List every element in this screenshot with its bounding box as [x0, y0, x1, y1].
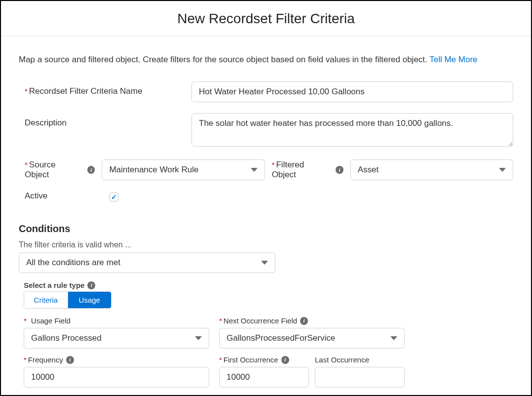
conditions-heading: Conditions — [19, 223, 513, 235]
label-next-occurrence: Next Occurrence Field i — [219, 317, 405, 325]
label-next-occurrence-text: Next Occurrence Field — [219, 317, 297, 325]
usage-row-1: Usage Field Gallons Processed Next Occur… — [24, 317, 513, 349]
source-object-select[interactable]: Maintenance Work Rule — [102, 159, 265, 180]
conditions-logic-select[interactable]: All the conditions are met — [19, 252, 275, 273]
tab-criteria[interactable]: Criteria — [24, 292, 68, 308]
next-occurrence-value: GallonsProcessedForService — [227, 333, 335, 343]
label-description: Description — [19, 113, 191, 128]
rule-type-tabs: Criteria Usage — [24, 291, 112, 309]
next-occurrence-select[interactable]: GallonsProcessedForService — [219, 328, 405, 349]
row-objects: Source Object i Maintenance Work Rule Fi… — [19, 159, 513, 180]
label-last-occurrence: Last Occurrence — [315, 356, 405, 364]
info-icon[interactable]: i — [87, 281, 95, 289]
chevron-down-icon — [251, 168, 258, 172]
filtered-object-value: Asset — [358, 165, 379, 175]
label-active: Active — [25, 191, 103, 201]
label-first-occurrence: First Occurrence i — [219, 356, 309, 364]
chevron-down-icon — [499, 168, 506, 172]
name-input[interactable] — [191, 81, 513, 102]
label-frequency-text: Frequency — [24, 356, 63, 364]
next-occurrence-col: Next Occurrence Field i GallonsProcessed… — [219, 317, 405, 349]
tab-usage[interactable]: Usage — [68, 292, 112, 308]
intro-paragraph: Map a source and filtered object. Create… — [19, 55, 513, 65]
label-first-occurrence-text: First Occurrence — [219, 356, 278, 364]
page-title: New Recordset Filter Criteria — [1, 11, 531, 27]
rule-type-label-text: Select a rule type — [24, 281, 84, 289]
usage-field-col: Usage Field Gallons Processed — [24, 317, 209, 349]
source-object-value: Maintenance Work Rule — [109, 165, 198, 175]
occurrence-labels: First Occurrence i Last Occurrence — [219, 356, 405, 367]
frequency-col: Frequency i — [24, 356, 209, 388]
last-occurrence-input[interactable] — [315, 367, 405, 388]
label-frequency: Frequency i — [24, 356, 209, 364]
row-active: Active ✓ — [19, 191, 513, 201]
row-description: Description — [19, 113, 513, 149]
tell-me-more-link[interactable]: Tell Me More — [429, 55, 477, 64]
chevron-down-icon — [195, 336, 202, 340]
usage-row-2: Frequency i First Occurrence i Last Occu… — [24, 356, 513, 388]
conditions-logic-value: All the conditions are met — [26, 258, 120, 268]
info-icon[interactable]: i — [66, 356, 74, 364]
label-source-object: Source Object — [25, 160, 80, 180]
info-icon[interactable]: i — [281, 356, 289, 364]
row-name: Recordset Filter Criteria Name — [19, 81, 513, 102]
info-icon[interactable]: i — [300, 317, 308, 325]
chevron-down-icon — [261, 261, 268, 265]
intro-text: Map a source and filtered object. Create… — [19, 55, 429, 64]
modal-frame: New Recordset Filter Criteria Map a sour… — [0, 0, 532, 396]
chevron-down-icon — [390, 336, 397, 340]
label-name: Recordset Filter Criteria Name — [19, 81, 191, 96]
description-textarea[interactable] — [191, 113, 513, 147]
occurrence-inputs — [219, 367, 405, 388]
check-icon: ✓ — [111, 193, 117, 201]
rule-type-label: Select a rule type i — [24, 281, 513, 289]
info-icon[interactable]: i — [87, 166, 95, 174]
frequency-input[interactable] — [24, 367, 209, 388]
usage-field-value: Gallons Processed — [31, 333, 102, 343]
col-description-input — [191, 113, 513, 149]
label-usage-field: Usage Field — [24, 317, 209, 325]
col-name-input — [191, 81, 513, 102]
info-icon[interactable]: i — [336, 166, 343, 174]
occurrence-col: First Occurrence i Last Occurrence — [219, 356, 405, 388]
first-occurrence-input[interactable] — [219, 367, 309, 388]
active-checkbox[interactable]: ✓ — [110, 193, 118, 201]
content-area: Map a source and filtered object. Create… — [1, 36, 531, 388]
titlebar: New Recordset Filter Criteria — [1, 1, 531, 36]
label-filtered-object: Filtered Object — [272, 160, 329, 180]
filtered-object-select[interactable]: Asset — [350, 159, 513, 180]
conditions-subtext: The filter criteria is valid when ... — [19, 240, 513, 249]
usage-field-select[interactable]: Gallons Processed — [24, 328, 209, 349]
